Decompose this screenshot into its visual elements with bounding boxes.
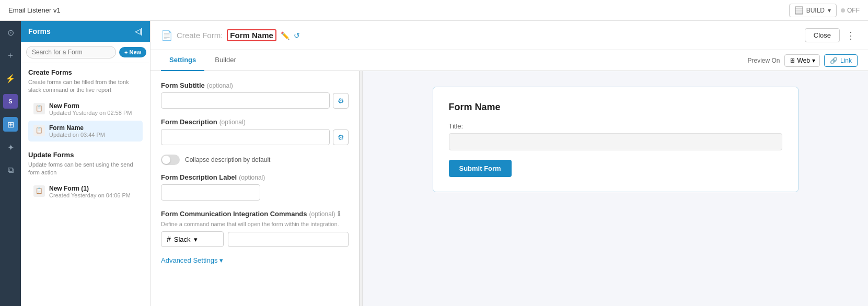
preview-select[interactable]: 🖥 Web ▾ xyxy=(784,54,820,67)
comm-field-group: Form Communication Integration Commands … xyxy=(161,210,349,247)
description-icon-button[interactable]: ⚙ xyxy=(333,130,349,145)
form-item-info-new-form-1: New Form (1) Created Yesterday on 04:06 … xyxy=(49,185,131,198)
form-item-name-new-form-1: New Form (1) xyxy=(49,185,131,192)
create-forms-title: Create Forms xyxy=(28,68,143,76)
preview-title-label: Title: xyxy=(449,122,782,130)
subtitle-input-row: ⚙ xyxy=(161,92,349,109)
sidebar-icon-avatar[interactable]: S xyxy=(3,94,18,109)
link-icon: 🔗 xyxy=(830,57,838,64)
integration-select[interactable]: # Slack ▾ xyxy=(161,231,224,247)
edit-icon[interactable]: ✏️ xyxy=(281,31,290,40)
form-preview: Form Name Title: Submit Form xyxy=(433,87,798,192)
link-button[interactable]: 🔗 Link xyxy=(824,54,858,67)
panel-title: Forms xyxy=(28,27,51,36)
comm-subtitle: Define a command name that will open the… xyxy=(161,221,349,227)
form-item-new-form[interactable]: 📋 New Form Updated Yesterday on 02:58 PM xyxy=(28,99,143,120)
update-forms-section: Update Forms Update forms can be sent us… xyxy=(21,146,150,206)
description-input-row: ⚙ xyxy=(161,129,349,145)
content-header: 📄 Create Form: Form Name ✏️ ↺ Close ⋮ xyxy=(151,21,868,50)
desc-label-input[interactable]: Description xyxy=(161,184,260,201)
build-dropdown[interactable]: BUILD ▾ xyxy=(789,4,837,17)
hatch-icon xyxy=(795,6,803,15)
tab-settings[interactable]: Settings xyxy=(161,50,204,71)
build-label: BUILD xyxy=(806,7,825,14)
create-form-label: Create Form: xyxy=(177,31,223,40)
sidebar-icon-bolt[interactable]: ⚡ xyxy=(3,71,18,86)
comm-label: Form Communication Integration Commands … xyxy=(161,210,349,218)
desc-label-field-group: Form Description Label (optional) Descri… xyxy=(161,173,349,201)
app-title: Email Listener v1 xyxy=(8,6,61,14)
subtitle-label: Form Subtitle (optional) xyxy=(161,81,349,89)
integration-selected: Slack xyxy=(174,236,191,243)
more-options-button[interactable]: ⋮ xyxy=(844,30,858,41)
integration-chevron: ▾ xyxy=(194,236,198,243)
off-badge: OFF xyxy=(841,7,860,14)
header-actions: Close ⋮ xyxy=(805,28,858,42)
integration-row: # Slack ▾ /tonk {Name} xyxy=(161,231,349,247)
preview-title-input[interactable] xyxy=(449,133,782,150)
update-forms-desc: Update forms can be sent using the send … xyxy=(28,161,143,177)
sidebar-icon-database[interactable]: ⊙ xyxy=(3,25,18,40)
tabs-bar: Settings Builder Preview On 🖥 Web ▾ 🔗 Li… xyxy=(151,50,868,71)
loading-icon: ↺ xyxy=(294,31,300,40)
topbar: Email Listener v1 BUILD ▾ OFF xyxy=(0,0,868,21)
close-button[interactable]: Close xyxy=(805,28,840,42)
advanced-settings-link[interactable]: Advanced Settings ▾ xyxy=(161,256,349,264)
panel-search-row: + New xyxy=(21,42,150,63)
slack-icon: # xyxy=(167,235,171,243)
collapse-toggle-row: Collapse description by default xyxy=(161,155,349,165)
form-item-icon-new-form-1: 📋 xyxy=(33,185,45,197)
subtitle-input[interactable] xyxy=(161,92,330,109)
comm-info-icon[interactable]: ℹ xyxy=(338,210,340,218)
preview-panel: Form Name Title: Submit Form xyxy=(363,71,868,306)
preview-chevron: ▾ xyxy=(812,57,815,64)
form-item-date-form-name: Updated on 03:44 PM xyxy=(49,132,105,138)
icon-sidebar: ⊙ ＋ ⚡ S ⊞ ✦ ⧉ xyxy=(0,21,21,306)
form-item-info-new-form: New Form Updated Yesterday on 02:58 PM xyxy=(49,102,132,116)
preview-option: Web xyxy=(797,57,810,64)
form-item-info-form-name: Form Name Updated on 03:44 PM xyxy=(49,124,105,138)
form-item-date-new-form-1: Created Yesterday on 04:06 PM xyxy=(49,192,131,198)
create-forms-desc: Create forms can be filled from the tonk… xyxy=(28,78,143,95)
panel-header-left: Forms xyxy=(28,27,51,36)
submit-form-button[interactable]: Submit Form xyxy=(449,160,512,177)
form-item-icon-form-name: 📋 xyxy=(33,125,45,136)
description-input[interactable] xyxy=(161,129,330,145)
integration-command-input[interactable]: /tonk {Name} xyxy=(228,232,349,247)
preview-controls: Preview On 🖥 Web ▾ 🔗 Link xyxy=(747,54,858,67)
description-field-group: Form Description (optional) ⚙ xyxy=(161,118,349,145)
form-item-form-name[interactable]: 📋 Form Name Updated on 03:44 PM xyxy=(28,121,143,142)
monitor-icon: 🖥 xyxy=(789,57,795,64)
form-item-name-form-name: Form Name xyxy=(49,124,105,132)
collapse-label: Collapse description by default xyxy=(185,156,270,163)
sidebar-icon-copy[interactable]: ⧉ xyxy=(3,163,18,178)
panel-header: Forms ◁| xyxy=(21,21,150,42)
dropdown-chevron: ▾ xyxy=(828,7,831,14)
form-item-name-new-form: New Form xyxy=(49,102,132,110)
form-item-date-new-form: Updated Yesterday on 02:58 PM xyxy=(49,110,132,116)
off-label: OFF xyxy=(847,7,860,14)
form-page-icon: 📄 xyxy=(161,30,172,41)
sidebar-icon-add[interactable]: ＋ xyxy=(3,48,18,63)
off-dot xyxy=(841,8,845,13)
create-forms-section: Create Forms Create forms can be filled … xyxy=(21,63,150,146)
form-name-heading[interactable]: Form Name xyxy=(227,29,276,41)
panel-collapse-button[interactable]: ◁| xyxy=(135,27,143,36)
subtitle-field-group: Form Subtitle (optional) ⚙ xyxy=(161,81,349,109)
new-button[interactable]: + New xyxy=(119,47,146,57)
content-title: 📄 Create Form: Form Name ✏️ ↺ xyxy=(161,29,300,41)
subtitle-icon-button[interactable]: ⚙ xyxy=(333,93,349,109)
form-item-new-form-1[interactable]: 📋 New Form (1) Created Yesterday on 04:0… xyxy=(28,181,143,202)
description-label: Form Description (optional) xyxy=(161,118,349,126)
desc-label-label: Form Description Label (optional) xyxy=(161,173,349,181)
advanced-chevron: ▾ xyxy=(219,256,223,264)
split-content: Form Subtitle (optional) ⚙ Form Descript… xyxy=(151,71,868,306)
sidebar-icon-star[interactable]: ✦ xyxy=(3,140,18,155)
collapse-toggle[interactable] xyxy=(161,155,180,165)
tab-builder[interactable]: Builder xyxy=(206,50,244,71)
main-layout: ⊙ ＋ ⚡ S ⊞ ✦ ⧉ Forms ◁| + New Create Form… xyxy=(0,21,868,306)
preview-label: Preview On xyxy=(747,57,780,64)
sidebar-icon-layout[interactable]: ⊞ xyxy=(3,117,18,132)
content-area: 📄 Create Form: Form Name ✏️ ↺ Close ⋮ Se… xyxy=(151,21,868,306)
search-input[interactable] xyxy=(26,46,116,58)
